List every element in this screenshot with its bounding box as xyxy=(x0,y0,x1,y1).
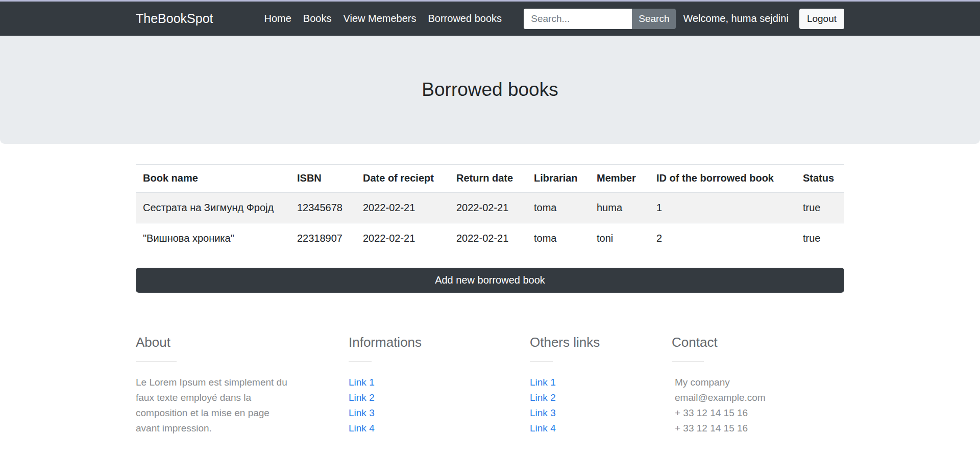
divider xyxy=(349,361,372,362)
footer-informations-link-2[interactable]: Link 2 xyxy=(349,390,530,405)
divider xyxy=(672,361,704,362)
footer-contact-section: Contact My company email@example.com + 3… xyxy=(672,335,844,436)
footer-others-link-4[interactable]: Link 4 xyxy=(530,421,672,436)
welcome-message: Welcome, huma sejdini xyxy=(683,13,788,24)
borrowed-books-table: Book name ISBN Date of reciept Return da… xyxy=(136,164,844,253)
column-header-isbn: ISBN xyxy=(290,165,356,193)
footer-others-link-3[interactable]: Link 3 xyxy=(530,405,672,421)
cell-borrowed-id: 2 xyxy=(649,223,796,254)
cell-date-of-receipt: 2022-02-21 xyxy=(356,223,449,254)
nav-item-home[interactable]: Home xyxy=(264,13,291,24)
footer-informations-link-3[interactable]: Link 3 xyxy=(349,405,530,421)
cell-member: huma xyxy=(590,192,649,223)
footer-about-text: Le Lorem Ipsum est simplement du faux te… xyxy=(136,375,309,436)
cell-book-name: "Вишнова хроника" xyxy=(136,223,290,254)
column-header-book-name: Book name xyxy=(136,165,290,193)
nav-item-view-members[interactable]: View Memebers xyxy=(343,13,416,24)
column-header-status: Status xyxy=(796,165,844,193)
column-header-member: Member xyxy=(590,165,649,193)
hero-jumbotron: Borrowed books xyxy=(0,36,980,144)
footer-informations-title: Informations xyxy=(349,335,530,350)
nav-item-books[interactable]: Books xyxy=(303,13,332,24)
table-header-row: Book name ISBN Date of reciept Return da… xyxy=(136,165,844,193)
cell-return-date: 2022-02-21 xyxy=(449,223,527,254)
navbar-container: TheBookSpot Home Books View Memebers Bor… xyxy=(136,2,844,36)
cell-librarian: toma xyxy=(527,223,590,254)
footer-contact-title: Contact xyxy=(672,335,844,350)
logout-button[interactable]: Logout xyxy=(799,9,844,29)
footer: About Le Lorem Ipsum est simplement du f… xyxy=(136,335,844,436)
contact-phone-2: + 33 12 14 15 16 xyxy=(672,421,844,436)
page-title: Borrowed books xyxy=(422,79,558,100)
brand-logo[interactable]: TheBookSpot xyxy=(136,11,213,26)
column-header-librarian: Librarian xyxy=(527,165,590,193)
footer-about-title: About xyxy=(136,335,349,350)
cell-book-name: Сестрата на Зигмунд Фројд xyxy=(136,192,290,223)
add-new-borrowed-book-button[interactable]: Add new borrowed book xyxy=(136,268,844,293)
search-form: Search xyxy=(524,9,676,29)
cell-return-date: 2022-02-21 xyxy=(449,192,527,223)
divider xyxy=(530,361,553,362)
column-header-return-date: Return date xyxy=(449,165,527,193)
table-row: "Вишнова хроника" 22318907 2022-02-21 20… xyxy=(136,223,844,254)
cell-borrowed-id: 1 xyxy=(649,192,796,223)
footer-informations-link-4[interactable]: Link 4 xyxy=(349,421,530,436)
search-input[interactable] xyxy=(524,9,632,29)
footer-others-link-2[interactable]: Link 2 xyxy=(530,390,672,405)
main-content: Book name ISBN Date of reciept Return da… xyxy=(136,164,844,293)
footer-others-links-section: Others links Link 1 Link 2 Link 3 Link 4 xyxy=(530,335,672,436)
column-header-date-of-receipt: Date of reciept xyxy=(356,165,449,193)
navbar: TheBookSpot Home Books View Memebers Bor… xyxy=(0,2,980,36)
contact-email: email@example.com xyxy=(672,390,844,405)
divider xyxy=(136,361,177,362)
footer-others-links-title: Others links xyxy=(530,335,672,350)
cell-isbn: 12345678 xyxy=(290,192,356,223)
cell-status: true xyxy=(796,192,844,223)
contact-company: My company xyxy=(672,375,844,390)
nav-item-borrowed-books[interactable]: Borrowed books xyxy=(428,13,502,24)
table-row: Сестрата на Зигмунд Фројд 12345678 2022-… xyxy=(136,192,844,223)
cell-date-of-receipt: 2022-02-21 xyxy=(356,192,449,223)
footer-others-link-1[interactable]: Link 1 xyxy=(530,375,672,390)
column-header-borrowed-id: ID of the borrowed book xyxy=(649,165,796,193)
cell-member: toni xyxy=(590,223,649,254)
footer-about-section: About Le Lorem Ipsum est simplement du f… xyxy=(136,335,349,436)
cell-status: true xyxy=(796,223,844,254)
footer-informations-section: Informations Link 1 Link 2 Link 3 Link 4 xyxy=(349,335,530,436)
contact-phone-1: + 33 12 14 15 16 xyxy=(672,405,844,421)
cell-isbn: 22318907 xyxy=(290,223,356,254)
cell-librarian: toma xyxy=(527,192,590,223)
footer-informations-link-1[interactable]: Link 1 xyxy=(349,375,530,390)
nav-links: Home Books View Memebers Borrowed books xyxy=(264,13,502,24)
search-button[interactable]: Search xyxy=(632,9,676,29)
